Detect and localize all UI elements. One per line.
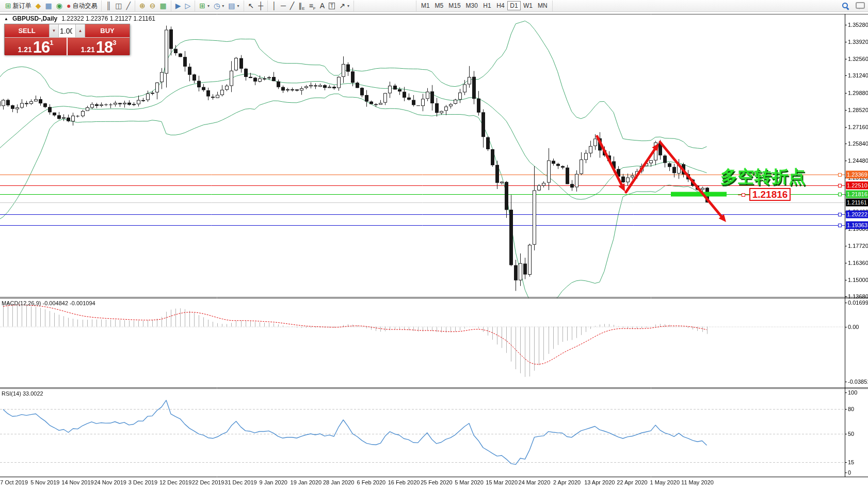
timeframe-m5[interactable]: M5 (432, 1, 446, 10)
fibonacci-icon-sub: F (313, 6, 316, 11)
volume-up-button[interactable]: ▲ (75, 24, 85, 37)
price-tick-label: 1.15000 (848, 277, 868, 283)
fibonacci-icon[interactable]: ≡F (307, 1, 318, 11)
data-window-icon[interactable]: ▦ (43, 1, 54, 11)
timeframe-h4[interactable]: H4 (494, 1, 507, 10)
volume-down-button[interactable]: ▼ (49, 24, 59, 37)
search-icon[interactable] (842, 2, 849, 10)
text-icon: A (320, 2, 325, 9)
zoom-out-icon[interactable]: ⊖ (148, 1, 158, 11)
turning-point-annotation[interactable]: 多空转折点 (720, 165, 806, 188)
data-window-icon: ▦ (45, 2, 52, 9)
crosshair-icon[interactable]: ┼ (256, 1, 265, 11)
crosshair-icon: ┼ (258, 2, 263, 9)
channel-icon[interactable]: ∥E (296, 1, 307, 11)
chart-canvas[interactable] (0, 0, 868, 487)
date-label: 16 Feb 2020 (388, 479, 420, 485)
fibonacci-icon: ≡ (309, 2, 313, 9)
date-label: 22 Dec 2019 (192, 479, 224, 485)
sell-button[interactable]: SELL (5, 24, 49, 37)
zoom-in-icon: ⊕ (139, 2, 146, 9)
macd-tick-label: -0.038519 (848, 379, 868, 385)
ohlc-values: 1.22322 1.22376 1.21127 1.21161 (61, 15, 155, 22)
bid-big-digits: 16 (33, 40, 50, 55)
templates-icon: ▤ (228, 2, 235, 9)
support-price-label[interactable]: 1.21816 (749, 188, 791, 201)
toolbar-group: ⊞新订单◆▦◉●自动交易 (1, 1, 102, 11)
ask-pipette: 3 (112, 39, 116, 46)
templates-icon[interactable]: ▤▾ (226, 1, 241, 11)
shapes-icon[interactable]: ↗▾ (337, 1, 351, 11)
vertical-line-icon[interactable]: │ (270, 1, 279, 11)
timeframe-m30[interactable]: M30 (463, 1, 480, 10)
autoscroll-icon[interactable]: ▶ (173, 1, 183, 11)
autotrading-button: ● (67, 2, 71, 9)
candlestick-chart-icon[interactable]: ◫ (113, 1, 124, 11)
date-label: 31 Dec 2019 (224, 479, 256, 485)
tile-windows-icon[interactable]: ▦ (158, 1, 169, 11)
autotrading-button[interactable]: ●自动交易 (65, 1, 99, 11)
date-label: 3 Dec 2019 (128, 479, 157, 485)
horizontal-line-icon[interactable]: ─ (279, 1, 288, 11)
price-tick-label: 1.24480 (848, 158, 868, 164)
level-price-tag: 1.23369 (846, 171, 868, 179)
navigator-icon[interactable]: ◉ (54, 1, 65, 11)
chat-icon[interactable] (856, 2, 865, 9)
market-watch-icon[interactable]: ◆ (34, 1, 43, 11)
periods-icon: ◷ (214, 2, 220, 9)
date-label: 2 Apr 2020 (553, 479, 581, 485)
cursor-icon[interactable]: ↖ (246, 1, 256, 11)
bid-prefix: 1.21 (18, 45, 32, 55)
toolbar-right (842, 0, 865, 12)
periods-icon[interactable]: ◷▾ (212, 1, 226, 11)
indicators-icon-dropdown[interactable]: ▾ (207, 4, 210, 8)
text-icon[interactable]: A (318, 1, 327, 11)
chart-shift-icon[interactable]: ▷ (183, 1, 193, 11)
candlestick-chart-icon: ◫ (115, 2, 122, 9)
volume-input[interactable] (59, 24, 75, 37)
new-order-button-label: 新订单 (13, 2, 31, 10)
date-label: 11 May 2020 (681, 479, 714, 485)
macd-label: MACD(12,26,9) -0.004842 -0.001094 (2, 300, 95, 306)
market-watch-icon: ◆ (36, 2, 41, 9)
price-tick-label: 1.25840 (848, 140, 868, 147)
indicators-icon[interactable]: ⊞▾ (197, 1, 212, 11)
buy-button[interactable]: BUY (85, 24, 130, 37)
line-chart-icon: ╱ (126, 2, 131, 9)
periods-icon-dropdown[interactable]: ▾ (222, 4, 224, 8)
collapse-icon[interactable]: ▲ (4, 17, 8, 21)
bid-price[interactable]: 1.21 16 1 (5, 38, 67, 55)
current-price-tag: 1.21161 (846, 198, 868, 206)
date-label: 1 May 2020 (650, 479, 680, 485)
chart-shift-icon: ▷ (185, 2, 191, 9)
zoom-in-icon[interactable]: ⊕ (137, 1, 148, 11)
shapes-icon-dropdown[interactable]: ▾ (347, 4, 349, 8)
date-label: 9 Jan 2020 (259, 479, 287, 485)
price-tick-label: 1.32560 (848, 56, 868, 62)
label-icon[interactable]: T (327, 1, 337, 11)
timeframe-h1[interactable]: H1 (480, 1, 494, 10)
date-label: 28 Jan 2020 (323, 479, 355, 485)
rsi-tick-label: 15 (848, 459, 854, 465)
line-chart-icon[interactable]: ╱ (124, 1, 133, 11)
date-label: 22 Apr 2020 (617, 479, 647, 485)
navigator-icon: ◉ (56, 2, 62, 9)
rsi-tick-label: 100 (848, 389, 857, 396)
date-label: 13 Apr 2020 (584, 479, 615, 485)
price-tick-label: 1.27160 (848, 124, 868, 130)
timeframe-mn[interactable]: MN (535, 1, 550, 10)
price-tick-label: 1.28520 (848, 107, 868, 113)
templates-icon-dropdown[interactable]: ▾ (237, 4, 239, 8)
date-label: 14 Nov 2019 (61, 479, 93, 485)
new-order-button[interactable]: ⊞新订单 (3, 1, 34, 11)
bar-chart-icon: ║ (106, 2, 111, 9)
bar-chart-icon[interactable]: ║ (104, 1, 113, 11)
price-tick-label: 1.33920 (848, 39, 868, 45)
timeframe-w1[interactable]: W1 (521, 1, 535, 10)
trendline-icon[interactable]: ╱ (288, 1, 296, 11)
timeframe-d1[interactable]: D1 (507, 1, 521, 10)
timeframe-m15[interactable]: M15 (446, 1, 463, 10)
ask-price[interactable]: 1.21 18 3 (68, 38, 130, 55)
channel-icon-sub: E (302, 6, 304, 11)
timeframe-m1[interactable]: M1 (419, 1, 432, 10)
